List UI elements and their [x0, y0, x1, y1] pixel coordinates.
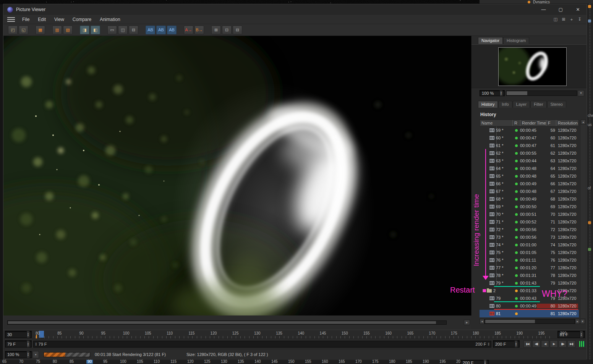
minimize-button[interactable]: —	[535, 4, 552, 15]
zoom-dropdown-button[interactable]: ▾	[578, 90, 584, 96]
history-row-71[interactable]: 71 *00:00:52711280x720	[480, 218, 579, 226]
history-row-77[interactable]: 77 *00:01:20771280x720	[480, 264, 579, 272]
history-row-62[interactable]: 62 *00:00:55621280x720	[480, 149, 579, 157]
history-row-67[interactable]: 67 *00:00:48671280x720	[480, 188, 579, 195]
history-row-79[interactable]: 79 *00:01:43791280x720	[480, 279, 579, 287]
close-button[interactable]: ✕	[569, 4, 587, 15]
save-image-icon[interactable]: ◱	[19, 26, 28, 34]
timeline-start-field[interactable]: 30 ▴▾	[5, 331, 32, 338]
history-row-79[interactable]: 7900:00:43791280x720	[480, 294, 579, 302]
history-row-78[interactable]: 78 *00:01:31781280x720	[480, 272, 579, 279]
scroll-down-icon[interactable]: ▾	[580, 319, 585, 324]
tab-navigator[interactable]: Navigator	[478, 37, 503, 44]
header-f[interactable]: F	[546, 120, 556, 126]
history-row-81[interactable]: 81811280x720	[480, 310, 579, 317]
play-backward-button[interactable]: ◀	[541, 340, 549, 348]
scroll-left-icon[interactable]: ◂	[480, 319, 484, 324]
compare-overlay-icon[interactable]: ⊟	[129, 26, 138, 34]
navigator-zoom-slider[interactable]	[506, 91, 577, 96]
history-row-76[interactable]: 76 *00:01:11761280x720	[480, 256, 579, 264]
range-left-handle[interactable]: ‖	[34, 342, 39, 346]
history-row-74[interactable]: 74 *00:01:00741280x720	[480, 241, 579, 249]
history-row-59[interactable]: 59 *00:00:45591280x720	[480, 126, 579, 134]
tab-filter[interactable]: Filter	[530, 101, 546, 108]
film-forward-icon[interactable]: ◧	[91, 26, 100, 34]
open-image-icon[interactable]: ◰	[8, 26, 18, 34]
header-render-time[interactable]: Render Time	[520, 120, 546, 126]
range-start-field[interactable]: 79 F ▴▾	[5, 340, 32, 348]
history-vscrollbar[interactable]: ▴	[581, 120, 586, 318]
expander-icon[interactable]	[483, 289, 486, 292]
status-zoom-field[interactable]: 100 % ▴▾	[5, 351, 32, 358]
scroll-right-icon[interactable]: ▸	[575, 319, 580, 324]
dual-view-icon[interactable]: ⊡	[222, 26, 232, 34]
film-back-icon[interactable]: ◨	[80, 26, 89, 34]
range-end-field[interactable]: 200 F ▴▾	[493, 340, 520, 348]
range-right-handle[interactable]: ‖	[486, 342, 491, 346]
maximize-button[interactable]: ▢	[552, 4, 569, 15]
make-movie-icon[interactable]: ▦	[36, 26, 45, 34]
tab-info[interactable]: Info	[498, 101, 512, 108]
frame-range-slider[interactable]: ‖ 79 F 200 F ‖	[33, 341, 491, 348]
tab-stereo[interactable]: Stereo	[547, 101, 566, 108]
menu-icon[interactable]	[7, 17, 15, 22]
menu-edit[interactable]: Edit	[34, 15, 50, 24]
panel-new-icon[interactable]: ⊞	[561, 16, 567, 23]
history-row-69[interactable]: 69 *00:00:50691280x720	[480, 203, 579, 210]
header-r[interactable]: R	[513, 120, 520, 126]
goto-start-button[interactable]: ▮◀	[523, 340, 531, 348]
navigator-zoom-slider-thumb[interactable]	[507, 91, 527, 95]
menu-compare[interactable]: Compare	[68, 15, 96, 24]
menu-animation[interactable]: Animation	[96, 15, 124, 24]
panel-layout-icon[interactable]: ◫	[552, 16, 559, 23]
history-row-65[interactable]: 65 *00:00:48651280x720	[480, 172, 579, 180]
history-row-61[interactable]: 61 *00:00:47611280x720	[480, 142, 579, 149]
tab-layer[interactable]: Layer	[513, 101, 530, 108]
navigator-thumbnail[interactable]	[498, 47, 567, 86]
history-row-66[interactable]: 66 *00:00:49661280x720	[480, 180, 579, 188]
ab-wipe-icon[interactable]: AB	[167, 26, 177, 34]
set-a-image-icon[interactable]: A→	[184, 26, 193, 34]
scroll-up-icon[interactable]: ▴	[581, 120, 586, 125]
set-b-image-icon[interactable]: B→	[194, 26, 204, 34]
image-hscrollbar-thumb[interactable]	[8, 321, 436, 324]
timeline-ruler[interactable]: 8085909510010511011512012513013514014515…	[33, 330, 556, 339]
navigator-zoom-field[interactable]: 100 % ▴▾	[480, 90, 505, 96]
header-name[interactable]: Name	[480, 120, 513, 126]
compare-split-icon[interactable]: ◫	[118, 26, 128, 34]
scroll-right-icon[interactable]: ▸	[464, 320, 470, 325]
history-row-60[interactable]: 60 *00:00:47601280x720	[480, 134, 579, 142]
convert-image-icon[interactable]: ▥	[52, 26, 62, 34]
compare-off-icon[interactable]: ▭	[107, 26, 117, 34]
ab-side-icon[interactable]: AB	[146, 26, 155, 34]
history-row-64[interactable]: 64 *00:00:48641280x720	[480, 165, 579, 172]
batch-render-icon[interactable]: ▧	[63, 26, 73, 34]
history-row-73[interactable]: 73 *00:00:56731280x720	[480, 233, 579, 241]
history-row-68[interactable]: 68 *00:00:49681280x720	[480, 195, 579, 203]
ram-player-icon[interactable]	[579, 341, 585, 347]
goto-end-button[interactable]: ▶▮	[567, 340, 575, 348]
render-image[interactable]	[3, 36, 471, 315]
history-row-72[interactable]: 72 *00:00:56721280x720	[480, 226, 579, 233]
history-row-80[interactable]: 8000:00:49801280x720	[480, 302, 579, 310]
panel-dock-icon[interactable]: ↧	[577, 16, 583, 23]
prev-key-button[interactable]: ◀▮	[532, 340, 540, 348]
image-hscrollbar[interactable]	[7, 320, 447, 325]
history-hscrollbar-track[interactable]	[484, 319, 575, 324]
play-forward-button[interactable]: ▶	[550, 340, 558, 348]
history-row-75[interactable]: 75 *00:01:05751280x720	[480, 249, 579, 256]
history-row-70[interactable]: 70 *00:00:51701280x720	[480, 210, 579, 218]
history-row-2[interactable]: 200:01:331280x720	[480, 287, 579, 294]
status-zoom-dropdown[interactable]: ▾	[32, 351, 39, 358]
history-row-63[interactable]: 63 *00:00:44631280x720	[480, 157, 579, 165]
background-end-frame-box[interactable]: 200 F ▴▾	[460, 359, 489, 364]
header-resolution[interactable]: Resolution	[556, 120, 578, 126]
panel-float-icon[interactable]: +	[569, 16, 575, 23]
next-key-button[interactable]: ▮▶	[559, 340, 567, 348]
tab-history[interactable]: History	[478, 101, 498, 108]
ab-blend-icon[interactable]: AB	[156, 26, 166, 34]
menu-file[interactable]: File	[18, 15, 34, 24]
grid-view-icon[interactable]: ⊟	[233, 26, 242, 34]
menu-view[interactable]: View	[50, 15, 68, 24]
tab-histogram[interactable]: Histogram	[503, 37, 529, 44]
